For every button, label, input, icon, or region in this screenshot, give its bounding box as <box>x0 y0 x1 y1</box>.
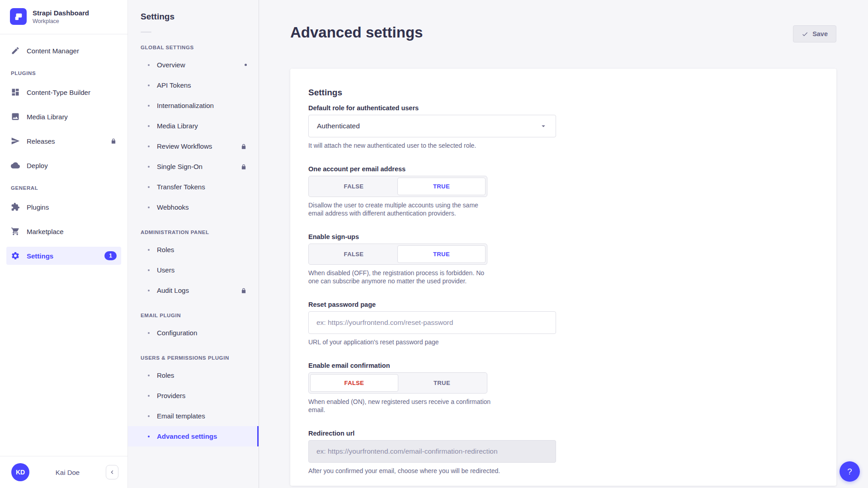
subnav-item-up-roles[interactable]: Roles <box>128 365 259 385</box>
card-heading: Settings <box>308 88 818 98</box>
user-name: Kai Doe <box>29 469 106 476</box>
subnav-section-email-plugin: EMAIL PLUGIN Configuration <box>128 313 259 343</box>
subnav-item-label: Users <box>157 266 175 274</box>
subnav-section-global-settings: GLOBAL SETTINGS Overview API Tokens Inte… <box>128 45 259 217</box>
subnav-item-providers[interactable]: Providers <box>128 385 259 406</box>
sidebar-item-deploy[interactable]: Deploy <box>6 156 121 174</box>
bullet-icon <box>148 206 150 208</box>
subnav-section-administration-panel: ADMINISTRATION PANEL Roles Users Audit L… <box>128 230 259 300</box>
sidebar-user-footer: KD Kai Doe <box>0 456 127 488</box>
sidebar-item-label: Content Manager <box>27 47 79 55</box>
brand-text: Strapi Dashboard Workplace <box>33 9 89 24</box>
layout-grid-icon <box>11 88 20 97</box>
bullet-icon <box>148 375 150 376</box>
pen-icon <box>11 46 20 55</box>
subnav-item-email-templates[interactable]: Email templates <box>128 406 259 426</box>
picture-icon <box>11 112 20 121</box>
subnav-item-label: Single Sign-On <box>157 163 203 170</box>
toggle-false-option[interactable]: FALSE <box>310 245 397 263</box>
workspace-brand[interactable]: Strapi Dashboard Workplace <box>0 0 127 32</box>
subnav-item-label: Configuration <box>157 329 197 337</box>
subnav-item-audit-logs[interactable]: Audit Logs <box>128 280 259 300</box>
toggle-true-option[interactable]: TRUE <box>397 245 486 263</box>
redirection-url-input[interactable] <box>308 440 556 463</box>
sidebar-item-label: Marketplace <box>27 228 64 235</box>
subnav-item-label: Audit Logs <box>157 286 189 294</box>
toggle-false-option[interactable]: FALSE <box>310 374 398 392</box>
sidebar-item-content-manager[interactable]: Content Manager <box>6 42 121 60</box>
subnav-item-transfer-tokens[interactable]: Transfer Tokens <box>128 177 259 197</box>
bullet-icon <box>148 84 150 86</box>
subnav-item-overview[interactable]: Overview <box>128 55 259 75</box>
sidebar-item-plugins[interactable]: Plugins <box>6 198 121 216</box>
gear-icon <box>11 251 20 260</box>
bullet-icon <box>148 64 150 66</box>
page-title: Advanced settings <box>290 22 423 43</box>
help-button[interactable]: ? <box>840 461 860 482</box>
sidebar-item-content-type-builder[interactable]: Content-Type Builder <box>6 83 121 101</box>
question-mark-icon: ? <box>847 467 852 477</box>
field-hint: URL of your application's reset password… <box>308 338 818 346</box>
settings-subnav: Settings GLOBAL SETTINGS Overview API To… <box>128 0 259 488</box>
sidebar-item-releases[interactable]: Releases <box>6 132 121 150</box>
subnav-section-header: ADMINISTRATION PANEL <box>128 230 259 235</box>
field-enable-signups: Enable sign-ups FALSE TRUE When disabled… <box>308 233 818 285</box>
toggle-true-option[interactable]: TRUE <box>398 374 486 392</box>
subnav-item-api-tokens[interactable]: API Tokens <box>128 75 259 95</box>
field-hint: Disallow the user to create multiple acc… <box>308 201 491 217</box>
enable-signups-toggle: FALSE TRUE <box>308 244 487 265</box>
main-content: Advanced settings Save Settings Default … <box>259 0 868 488</box>
app-title: Strapi Dashboard <box>33 9 89 17</box>
puzzle-icon <box>11 202 20 211</box>
sidebar-item-media-library[interactable]: Media Library <box>6 108 121 126</box>
subnav-item-label: Advanced settings <box>157 432 217 440</box>
lock-icon <box>241 287 247 294</box>
subnav-item-single-sign-on[interactable]: Single Sign-On <box>128 156 259 177</box>
field-default-role: Default role for authenticated users Aut… <box>308 104 818 150</box>
subnav-item-admin-users[interactable]: Users <box>128 260 259 280</box>
subnav-item-admin-roles[interactable]: Roles <box>128 239 259 260</box>
collapse-sidebar-button[interactable] <box>106 465 118 479</box>
sidebar-item-settings[interactable]: Settings 1 <box>6 247 121 265</box>
default-role-select[interactable]: Authenticated <box>308 115 556 137</box>
subnav-item-advanced-settings[interactable]: Advanced settings <box>128 426 259 446</box>
bullet-icon <box>148 269 150 271</box>
main-sidebar: Strapi Dashboard Workplace Content Manag… <box>0 0 128 488</box>
subnav-item-media-library[interactable]: Media Library <box>128 116 259 136</box>
sidebar-item-label: Media Library <box>27 113 68 121</box>
field-label: Enable sign-ups <box>308 233 818 240</box>
bullet-icon <box>148 249 150 251</box>
subnav-item-internationalization[interactable]: Internationalization <box>128 95 259 116</box>
save-button[interactable]: Save <box>793 25 836 42</box>
subnav-item-label: Internationalization <box>157 102 214 109</box>
sidebar-item-label: Plugins <box>27 203 49 211</box>
field-label: One account per email address <box>308 165 818 173</box>
bullet-icon <box>148 186 150 188</box>
subnav-item-label: Media Library <box>157 122 198 130</box>
subnav-item-review-workflows[interactable]: Review Workflows <box>128 136 259 156</box>
settings-notification-badge: 1 <box>104 251 117 260</box>
subnav-item-webhooks[interactable]: Webhooks <box>128 197 259 217</box>
toggle-false-option[interactable]: FALSE <box>310 178 397 195</box>
subnav-item-label: Roles <box>157 371 174 379</box>
toggle-true-option[interactable]: TRUE <box>397 178 486 195</box>
shopping-cart-icon <box>11 227 20 236</box>
avatar: KD <box>11 463 29 481</box>
reset-password-page-input[interactable] <box>308 311 556 334</box>
nav-section-header-plugins: PLUGINS <box>6 70 121 76</box>
bullet-icon <box>148 436 150 437</box>
subnav-item-configuration[interactable]: Configuration <box>128 323 259 343</box>
subnav-item-label: API Tokens <box>157 81 191 89</box>
bullet-icon <box>148 105 150 107</box>
subnav-section-header: EMAIL PLUGIN <box>128 313 259 318</box>
subnav-item-label: Overview <box>157 61 185 69</box>
sidebar-item-marketplace[interactable]: Marketplace <box>6 222 121 240</box>
field-hint: After you confirmed your email, choose w… <box>308 467 818 475</box>
paper-plane-icon <box>11 136 20 145</box>
field-email-confirmation: Enable email confirmation FALSE TRUE Whe… <box>308 362 818 414</box>
field-reset-password-page: Reset password page URL of your applicat… <box>308 301 818 346</box>
field-label: Redirection url <box>308 430 818 437</box>
subnav-item-label: Providers <box>157 392 185 399</box>
subnav-title: Settings <box>128 12 259 22</box>
bullet-icon <box>148 332 150 334</box>
